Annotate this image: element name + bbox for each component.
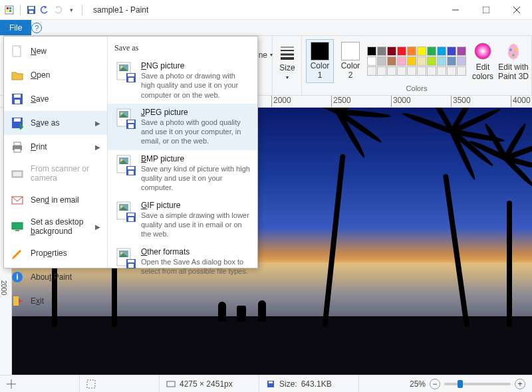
edit-colors-button[interactable]: Edit colors: [469, 39, 497, 83]
bmp-format-icon: [114, 154, 136, 175]
submenu-arrow-icon: ▶: [95, 144, 100, 151]
file-menu-item-desktop[interactable]: Set as desktop background▶: [4, 212, 107, 241]
palette-swatch[interactable]: [457, 56, 466, 66]
status-zoom: 25% − +: [403, 379, 532, 389]
palette-swatch[interactable]: [387, 66, 396, 76]
ribbon-colors-group: Color 1 Color 2 Edit colors Edit with Pa…: [302, 36, 532, 95]
svg-rect-44: [128, 78, 134, 82]
saveas-format-gif[interactable]: GIF pictureSave a simple drawing with lo…: [108, 197, 257, 243]
svg-rect-32: [13, 172, 21, 176]
format-title: GIF picture: [141, 201, 251, 210]
file-menu-item-email[interactable]: Send in email: [4, 188, 107, 212]
palette-swatch[interactable]: [437, 66, 446, 76]
palette-swatch[interactable]: [377, 47, 386, 56]
png-format-icon: [114, 61, 136, 82]
maximize-button[interactable]: [471, 0, 501, 20]
size-icon: [277, 41, 298, 62]
svg-point-19: [509, 49, 512, 51]
minimize-button[interactable]: [440, 0, 471, 20]
palette-swatch[interactable]: [407, 66, 416, 76]
saveas-format-png[interactable]: PNG pictureSave a photo or drawing with …: [108, 57, 257, 104]
palette-swatch[interactable]: [397, 56, 406, 66]
svg-rect-34: [12, 223, 23, 229]
format-desc: Save any kind of picture with high quali…: [141, 164, 251, 193]
svg-rect-24: [14, 94, 21, 98]
saveas-format-bmp[interactable]: BMP pictureSave any kind of picture with…: [108, 150, 257, 197]
palette-swatch[interactable]: [427, 66, 436, 76]
zoom-slider[interactable]: [444, 383, 511, 385]
size-button[interactable]: Size ▾: [277, 39, 298, 83]
undo-icon[interactable]: [39, 5, 50, 15]
saveas-format-other[interactable]: Other formatsOpen the Save As dialog box…: [108, 243, 257, 280]
palette-swatch[interactable]: [397, 47, 406, 56]
help-icon[interactable]: ?: [31, 23, 42, 33]
svg-rect-56: [128, 171, 134, 175]
file-menu-item-exit[interactable]: Exit: [4, 289, 107, 313]
palette-swatch[interactable]: [447, 66, 456, 76]
file-menu-item-about[interactable]: iAbout Paint: [4, 265, 107, 289]
palette-swatch[interactable]: [447, 56, 456, 66]
submenu-arrow-icon: ▶: [95, 223, 100, 231]
close-button[interactable]: [501, 0, 532, 20]
file-menu-item-new[interactable]: New: [4, 39, 107, 63]
color1-button[interactable]: Color 1: [306, 39, 334, 83]
title-bar: ▾ sample1 - Paint: [0, 0, 532, 20]
svg-rect-67: [128, 260, 134, 262]
palette-swatch[interactable]: [407, 56, 416, 66]
svg-point-21: [512, 54, 515, 56]
file-menu-item-save[interactable]: Save: [4, 87, 107, 111]
file-menu-item-label: Send in email: [31, 195, 79, 205]
svg-rect-6: [29, 7, 34, 9]
svg-rect-4: [9, 10, 11, 12]
zoom-out-button[interactable]: −: [430, 379, 440, 389]
palette-swatch[interactable]: [367, 66, 376, 76]
palette-swatch[interactable]: [417, 56, 426, 66]
saveas-format-jpeg[interactable]: JPEG pictureSave a photo with good quali…: [108, 104, 257, 150]
palette-swatch[interactable]: [367, 56, 376, 66]
file-menu-item-label: Set as desktop background: [31, 217, 88, 236]
qat-dropdown-icon[interactable]: ▾: [66, 5, 76, 15]
palette-swatch[interactable]: [457, 66, 466, 76]
svg-rect-71: [87, 380, 95, 388]
file-menu-item-saveas[interactable]: Save as▶: [4, 111, 107, 135]
saveas-icon: [11, 116, 24, 130]
palette-swatch[interactable]: [377, 56, 386, 66]
paint3d-icon: [503, 41, 524, 62]
palette-swatch[interactable]: [387, 47, 396, 56]
format-desc: Save a simple drawing with lower quality…: [141, 211, 251, 239]
format-title: BMP picture: [141, 154, 251, 163]
palette-swatch[interactable]: [437, 56, 446, 66]
svg-rect-2: [9, 7, 11, 9]
palette-swatch[interactable]: [407, 47, 416, 56]
file-menu-item-properties[interactable]: Properties: [4, 241, 107, 265]
color2-button[interactable]: Color 2: [336, 39, 364, 83]
file-menu-left-pane: NewOpenSaveSave as▶Print▶From scanner or…: [4, 37, 108, 268]
palette-swatch[interactable]: [397, 66, 406, 76]
open-icon: [11, 68, 24, 82]
palette-swatch[interactable]: [457, 47, 466, 56]
color-palette[interactable]: [367, 47, 466, 76]
other-format-icon: [114, 247, 136, 268]
svg-rect-30: [14, 149, 21, 152]
file-menu-item-print[interactable]: Print▶: [4, 135, 107, 159]
file-menu-item-label: Save as: [31, 118, 59, 128]
redo-icon[interactable]: [53, 5, 63, 15]
palette-swatch[interactable]: [427, 47, 436, 56]
palette-swatch[interactable]: [377, 66, 386, 76]
edit-paint3d-button[interactable]: Edit with Paint 3D: [499, 39, 527, 83]
svg-rect-29: [14, 142, 21, 146]
palette-swatch[interactable]: [387, 56, 396, 66]
palette-swatch[interactable]: [437, 47, 446, 56]
palette-swatch[interactable]: [367, 47, 376, 56]
zoom-value: 25%: [410, 379, 426, 389]
palette-swatch[interactable]: [427, 56, 436, 66]
jpeg-format-icon: [114, 108, 136, 129]
palette-swatch[interactable]: [447, 47, 456, 56]
file-menu-item-open[interactable]: Open: [4, 63, 107, 87]
palette-swatch[interactable]: [417, 66, 426, 76]
palette-swatch[interactable]: [417, 47, 426, 56]
save-icon[interactable]: [26, 5, 37, 15]
new-icon: [11, 45, 24, 58]
file-tab[interactable]: File: [0, 20, 31, 35]
zoom-in-button[interactable]: +: [515, 379, 525, 389]
